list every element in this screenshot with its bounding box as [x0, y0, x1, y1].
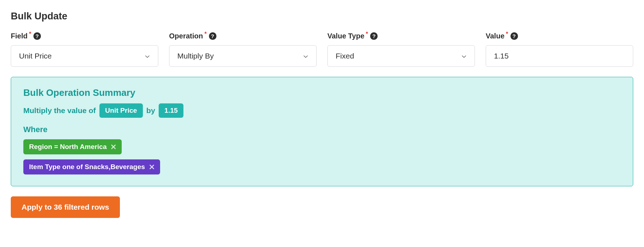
value-type-select-wrap: Fixed — [327, 45, 475, 67]
field-group: Field * ? Unit Price — [11, 32, 158, 67]
field-select[interactable]: Unit Price — [11, 45, 158, 67]
filter-chip-text: Item Type one of Snacks,Beverages — [29, 163, 145, 171]
operation-label-text: Operation — [169, 32, 203, 40]
value-type-label: Value Type * ? — [327, 32, 475, 40]
summary-value-pill: 1.15 — [159, 103, 183, 118]
filter-chip-text: Region = North America — [29, 143, 107, 151]
summary-prefix: Multiply the value of — [23, 106, 96, 115]
help-icon[interactable]: ? — [370, 32, 378, 40]
filter-chip: Item Type one of Snacks,Beverages — [23, 159, 160, 174]
summary-field-pill: Unit Price — [99, 103, 143, 118]
value-label: Value * ? — [486, 32, 633, 40]
value-group: Value * ? — [486, 32, 633, 67]
operation-label: Operation * ? — [169, 32, 317, 40]
where-label: Where — [23, 125, 621, 134]
bulk-update-form: Field * ? Unit Price Operation * ? Multi… — [11, 32, 633, 67]
field-label-text: Field — [11, 32, 28, 40]
close-icon[interactable] — [149, 164, 154, 169]
value-label-text: Value — [486, 32, 504, 40]
value-input[interactable] — [486, 45, 633, 67]
field-select-wrap: Unit Price — [11, 45, 158, 67]
required-asterisk: * — [506, 31, 508, 37]
value-type-label-text: Value Type — [327, 32, 364, 40]
apply-button[interactable]: Apply to 36 filtered rows — [11, 196, 120, 218]
summary-mid: by — [146, 106, 155, 115]
required-asterisk: * — [29, 31, 31, 37]
summary-panel: Bulk Operation Summary Multiply the valu… — [11, 77, 633, 186]
operation-group: Operation * ? Multiply By — [169, 32, 317, 67]
required-asterisk: * — [366, 31, 368, 37]
value-input-wrap — [486, 45, 633, 67]
value-type-group: Value Type * ? Fixed — [327, 32, 475, 67]
operation-select-wrap: Multiply By — [169, 45, 317, 67]
filter-chip: Region = North America — [23, 139, 122, 154]
help-icon[interactable]: ? — [510, 32, 518, 40]
filter-chips: Region = North America Item Type one of … — [23, 139, 621, 174]
help-icon[interactable]: ? — [209, 32, 216, 40]
summary-title: Bulk Operation Summary — [23, 87, 621, 98]
required-asterisk: * — [204, 31, 206, 37]
summary-sentence: Multiply the value of Unit Price by 1.15 — [23, 103, 621, 118]
help-icon[interactable]: ? — [33, 32, 41, 40]
operation-select[interactable]: Multiply By — [169, 45, 317, 67]
value-type-select[interactable]: Fixed — [327, 45, 475, 67]
field-label: Field * ? — [11, 32, 158, 40]
page-title: Bulk Update — [11, 11, 633, 22]
close-icon[interactable] — [111, 144, 116, 149]
